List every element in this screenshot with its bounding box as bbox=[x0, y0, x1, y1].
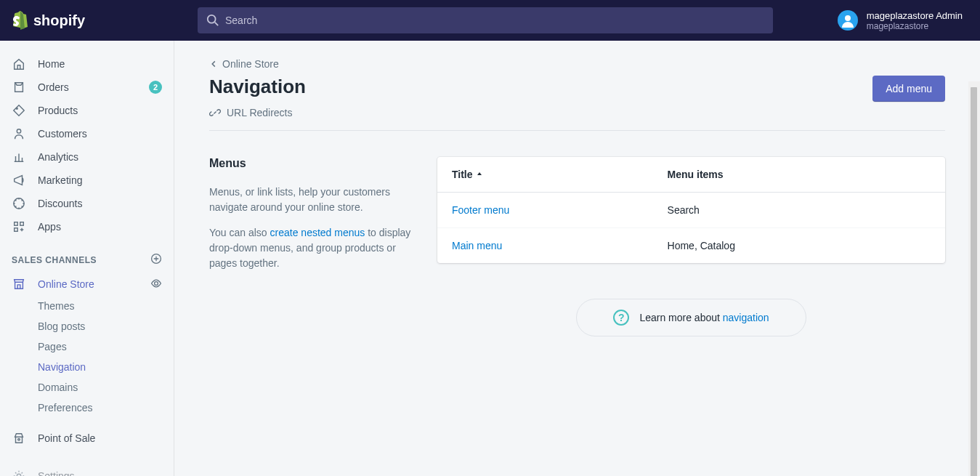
analytics-icon bbox=[12, 150, 26, 164]
nav-label: Customers bbox=[38, 128, 87, 140]
user-name: mageplazastore Admin bbox=[867, 10, 963, 21]
sidebar-scrollbar[interactable] bbox=[968, 81, 980, 476]
nav-label: Settings bbox=[38, 470, 75, 476]
nav-marketing[interactable]: Marketing bbox=[0, 169, 174, 192]
svg-point-4 bbox=[17, 129, 20, 133]
settings-icon bbox=[12, 469, 26, 476]
table-row: Main menu Home, Catalog bbox=[437, 228, 945, 263]
nav-analytics[interactable]: Analytics bbox=[0, 145, 174, 169]
svg-point-5 bbox=[14, 198, 24, 209]
nav-discounts[interactable]: Discounts bbox=[0, 192, 174, 215]
user-menu[interactable]: mageplazastore Admin mageplazastore bbox=[820, 10, 980, 31]
menus-p1: Menus, or link lists, help your customer… bbox=[209, 185, 420, 215]
svg-rect-6 bbox=[15, 222, 18, 226]
breadcrumb-label: Online Store bbox=[222, 58, 279, 70]
shopify-logo: shopify bbox=[12, 11, 85, 30]
nav-home[interactable]: Home bbox=[0, 52, 174, 76]
orders-icon bbox=[12, 80, 26, 94]
subnav-navigation[interactable]: Navigation bbox=[0, 357, 174, 377]
apps-icon bbox=[12, 219, 26, 234]
sidebar: Home Orders 2 Products Customers Analyti… bbox=[0, 41, 174, 476]
add-menu-button[interactable]: Add menu bbox=[872, 76, 945, 102]
subnav-blog-posts[interactable]: Blog posts bbox=[0, 316, 174, 336]
nav-label: Orders bbox=[38, 81, 69, 93]
store-icon bbox=[12, 277, 26, 291]
svg-point-3 bbox=[16, 108, 17, 109]
menus-description: Menus Menus, or link lists, help your cu… bbox=[209, 157, 420, 281]
nav-apps[interactable]: Apps bbox=[0, 215, 174, 238]
user-text: mageplazastore Admin mageplazastore bbox=[867, 10, 963, 31]
topbar: shopify mageplazastore Admin mageplazast… bbox=[0, 0, 980, 41]
search-icon bbox=[206, 14, 219, 27]
breadcrumb[interactable]: Online Store bbox=[209, 58, 945, 70]
sort-asc-icon bbox=[476, 171, 483, 178]
chevron-left-icon bbox=[209, 60, 218, 68]
page-title: Navigation bbox=[209, 76, 306, 98]
menus-heading: Menus bbox=[209, 157, 420, 170]
menus-p2: You can also create nested menus to disp… bbox=[209, 225, 420, 271]
nav-label: Online Store bbox=[38, 278, 94, 290]
avatar bbox=[838, 10, 858, 31]
nav-pos[interactable]: Point of Sale bbox=[0, 427, 174, 450]
subnav-themes[interactable]: Themes bbox=[0, 296, 174, 316]
learn-more-box: ? Learn more about navigation bbox=[576, 299, 806, 336]
orders-badge: 2 bbox=[149, 81, 162, 94]
nested-menus-link[interactable]: create nested menus bbox=[270, 227, 365, 238]
user-store: mageplazastore bbox=[867, 21, 963, 31]
th-items: Menu items bbox=[668, 169, 931, 180]
menu-items-cell: Search bbox=[668, 204, 931, 216]
learn-text: Learn more about navigation bbox=[639, 312, 769, 323]
svg-rect-7 bbox=[20, 222, 24, 226]
svg-point-0 bbox=[208, 15, 216, 23]
view-store-icon[interactable] bbox=[150, 278, 162, 291]
nav-label: Point of Sale bbox=[38, 432, 95, 444]
url-redirects-label: URL Redirects bbox=[227, 107, 293, 118]
subnav-preferences[interactable]: Preferences bbox=[0, 398, 174, 418]
svg-rect-8 bbox=[15, 228, 18, 232]
nav-label: Discounts bbox=[38, 198, 82, 209]
sales-channels-header: SALES CHANNELS bbox=[0, 238, 174, 273]
url-redirects-link[interactable]: URL Redirects bbox=[209, 107, 306, 118]
nav-settings[interactable]: Settings bbox=[0, 464, 174, 476]
th-title[interactable]: Title bbox=[452, 169, 668, 180]
main-content: Online Store Navigation URL Redirects Ad… bbox=[174, 41, 980, 476]
table-row: Footer menu Search bbox=[437, 193, 945, 228]
nav-label: Marketing bbox=[38, 174, 82, 186]
nav-label: Home bbox=[38, 58, 65, 70]
pos-icon bbox=[12, 431, 26, 445]
section-label: SALES CHANNELS bbox=[12, 255, 97, 265]
link-icon bbox=[209, 107, 221, 118]
svg-line-1 bbox=[215, 23, 219, 26]
search-area bbox=[174, 7, 820, 33]
subnav-pages[interactable]: Pages bbox=[0, 336, 174, 357]
search-input[interactable] bbox=[225, 15, 764, 26]
svg-point-10 bbox=[155, 281, 158, 285]
table-header: Title Menu items bbox=[437, 157, 945, 193]
menu-title-link[interactable]: Footer menu bbox=[452, 204, 509, 216]
menus-table-card: Title Menu items Footer menu Search Main… bbox=[437, 157, 945, 263]
subnav-domains[interactable]: Domains bbox=[0, 377, 174, 398]
add-channel-button[interactable] bbox=[150, 253, 162, 267]
nav-customers[interactable]: Customers bbox=[0, 122, 174, 145]
help-icon: ? bbox=[613, 310, 629, 326]
search-box[interactable] bbox=[198, 7, 773, 33]
logo-area[interactable]: shopify bbox=[0, 11, 174, 30]
divider bbox=[209, 130, 945, 131]
nav-products[interactable]: Products bbox=[0, 99, 174, 122]
marketing-icon bbox=[12, 173, 26, 187]
menu-title-link[interactable]: Main menu bbox=[452, 240, 502, 251]
home-icon bbox=[12, 57, 26, 71]
svg-point-2 bbox=[845, 15, 851, 21]
nav-orders[interactable]: Orders 2 bbox=[0, 76, 174, 99]
products-icon bbox=[12, 103, 26, 118]
nav-label: Analytics bbox=[38, 151, 78, 163]
nav-label: Apps bbox=[38, 221, 61, 233]
customers-icon bbox=[12, 126, 26, 141]
svg-point-11 bbox=[18, 438, 20, 440]
menu-items-cell: Home, Catalog bbox=[668, 240, 931, 251]
discounts-icon bbox=[12, 196, 26, 211]
nav-label: Products bbox=[38, 105, 78, 116]
nav-online-store[interactable]: Online Store bbox=[0, 273, 174, 296]
brand-text: shopify bbox=[33, 12, 85, 29]
learn-navigation-link[interactable]: navigation bbox=[723, 312, 769, 323]
